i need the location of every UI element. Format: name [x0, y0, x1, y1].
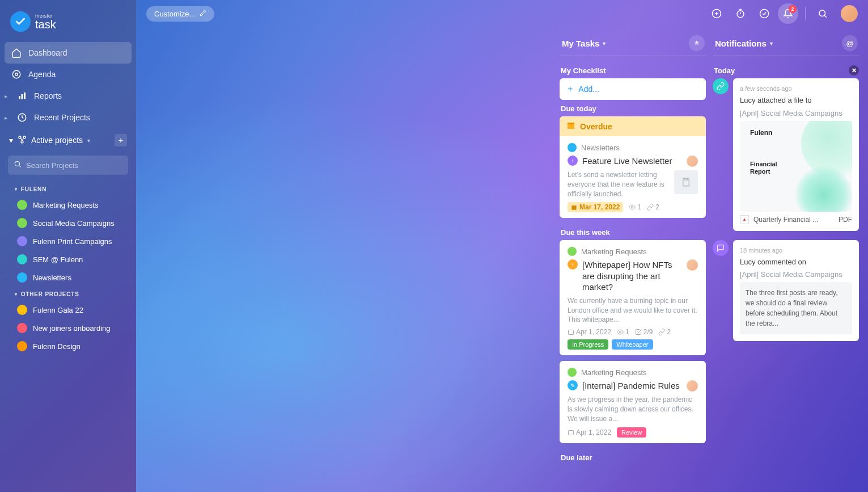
- sidebar-project[interactable]: Fulenn Design: [5, 337, 132, 355]
- notifications-button[interactable]: 2: [778, 3, 798, 24]
- plus-icon: +: [568, 84, 573, 94]
- sidebar-project[interactable]: Newsletters: [5, 268, 132, 287]
- notif-title: Lucy commented on: [740, 257, 852, 267]
- customize-button[interactable]: Customize...: [146, 6, 214, 22]
- task-tags: In Progress Whitepaper: [568, 339, 698, 350]
- customize-label: Customize...: [154, 10, 195, 18]
- project-dot-icon: [17, 272, 27, 283]
- notification-item[interactable]: a few seconds ago Lucy attached a file t…: [713, 78, 859, 231]
- divider: [560, 56, 707, 56]
- notif-subject: [April] Social Media Campaigns: [740, 109, 852, 117]
- notif-card: a few seconds ago Lucy attached a file t…: [733, 78, 859, 231]
- sidebar-project[interactable]: Fulenn Gala 22: [5, 301, 132, 319]
- search-input[interactable]: [26, 161, 122, 170]
- svg-point-18: [819, 10, 825, 16]
- date-pill: Mar 17, 2022: [568, 202, 623, 212]
- nav-reports[interactable]: Reports: [10, 85, 132, 107]
- search-button[interactable]: [812, 3, 833, 24]
- caret-icon: ▸: [5, 93, 10, 99]
- sidebar-project[interactable]: New joiners onboarding: [5, 319, 132, 337]
- topbar-actions: 2: [706, 3, 858, 24]
- svg-point-9: [15, 161, 19, 166]
- nav-label: Agenda: [28, 70, 56, 79]
- tag: In Progress: [568, 339, 608, 350]
- topbar: Customize... 2: [136, 0, 868, 27]
- svg-point-7: [23, 136, 26, 138]
- svg-point-0: [12, 70, 20, 78]
- clock-icon: [17, 112, 27, 123]
- notification-item[interactable]: 18 minutes ago Lucy commented on [April]…: [713, 240, 859, 342]
- svg-point-27: [620, 331, 621, 333]
- svg-rect-24: [571, 205, 576, 209]
- svg-rect-26: [569, 330, 574, 335]
- notif-subject: [April] Social Media Campaigns: [740, 270, 852, 279]
- nav-agenda[interactable]: Agenda: [5, 64, 132, 85]
- active-projects-section[interactable]: ▾ Active projects ▾ +: [5, 128, 132, 152]
- sidebar-project[interactable]: Marketing Requests: [5, 196, 132, 214]
- nav-label: Dashboard: [28, 48, 67, 57]
- section-today: Today ✕: [713, 62, 859, 78]
- nav-label: Active projects: [31, 136, 83, 145]
- svg-rect-23: [683, 178, 689, 186]
- task-card[interactable]: Newsletters ↑ Feature Live Newsletter Le…: [560, 136, 706, 218]
- notification-badge: 2: [789, 5, 797, 13]
- stage-icon: ↑: [568, 259, 578, 270]
- project-label: Social Media Campaigns: [33, 219, 115, 228]
- comment-icon: [713, 240, 729, 256]
- sidebar-project[interactable]: Fulenn Print Campaigns: [5, 232, 132, 250]
- section-due-week: Due this week: [560, 224, 706, 240]
- panel-head-tasks: My Tasks▾: [560, 30, 707, 56]
- tasks-scroll[interactable]: My Checklist + Add... Due today Overdue …: [560, 62, 707, 492]
- task-meta: Apr 1, 2022 1 2/9 2: [568, 328, 698, 336]
- task-description: As we progress in the year, the pandemic…: [568, 395, 698, 423]
- task-project: Marketing Requests: [568, 247, 698, 256]
- sidebar: meister task Dashboard Agenda ▸ Reports …: [0, 0, 136, 492]
- task-description: Let's send a newsletter letting everyone…: [568, 170, 668, 199]
- task-card[interactable]: Marketing Requests ✎ [Internal] Pandemic…: [560, 361, 706, 443]
- logo-icon: [10, 11, 31, 32]
- task-title: Feature Live Newsletter: [582, 155, 682, 167]
- pin-button[interactable]: [689, 35, 705, 51]
- logo[interactable]: meister task: [5, 8, 132, 42]
- project-label: Fulenn Design: [33, 342, 81, 351]
- search-projects[interactable]: [8, 155, 128, 175]
- group-fulenn[interactable]: FULENN: [5, 182, 132, 196]
- my-tasks-panel: My Tasks▾ My Checklist + Add... Due toda…: [560, 30, 707, 492]
- reports-icon: [17, 91, 27, 101]
- logo-task: task: [35, 19, 56, 30]
- watchers-icon: 1: [617, 328, 629, 336]
- project-dot-icon: [17, 323, 27, 333]
- divider: [713, 56, 860, 56]
- svg-point-1: [15, 73, 18, 76]
- sidebar-project[interactable]: Social Media Campaigns: [5, 214, 132, 232]
- calendar-icon: Apr 1, 2022: [568, 328, 611, 336]
- task-card[interactable]: Marketing Requests ↑ [Whitepaper] How NF…: [560, 240, 706, 355]
- svg-point-8: [21, 141, 23, 143]
- task-project: Newsletters: [568, 143, 698, 152]
- watchers-icon: 1: [629, 203, 641, 211]
- task-project: Marketing Requests: [568, 368, 698, 377]
- timer-button[interactable]: [730, 3, 751, 24]
- panel-title[interactable]: Notifications▾: [715, 39, 773, 48]
- user-avatar[interactable]: [841, 5, 858, 22]
- project-dot-icon: [17, 218, 27, 228]
- add-project-button[interactable]: +: [115, 134, 127, 146]
- sidebar-project[interactable]: SEM @ Fulenn: [5, 250, 132, 268]
- nav-recent-projects[interactable]: Recent Projects: [10, 107, 132, 128]
- calendar-warn-icon: [566, 121, 575, 132]
- notif-scroll[interactable]: Today ✕ a few seconds ago Lucy attached …: [713, 62, 860, 492]
- attachment-thumb-icon: [674, 170, 698, 194]
- add-checklist-item[interactable]: + Add...: [560, 78, 706, 100]
- group-other[interactable]: OTHER PROJECTS: [5, 287, 132, 301]
- task-meta: Apr 1, 2022 Review: [568, 427, 698, 438]
- chevron-down-icon: ▾: [770, 40, 773, 47]
- mentions-button[interactable]: @: [842, 35, 858, 51]
- dismiss-button[interactable]: ✕: [849, 65, 859, 75]
- add-label: Add...: [578, 85, 599, 94]
- check-button[interactable]: [754, 3, 774, 24]
- panel-title[interactable]: My Tasks▾: [562, 39, 606, 48]
- project-dot-icon: [568, 247, 577, 256]
- add-button[interactable]: [706, 3, 727, 24]
- assignee-avatar: [687, 155, 698, 167]
- nav-dashboard[interactable]: Dashboard: [5, 42, 132, 64]
